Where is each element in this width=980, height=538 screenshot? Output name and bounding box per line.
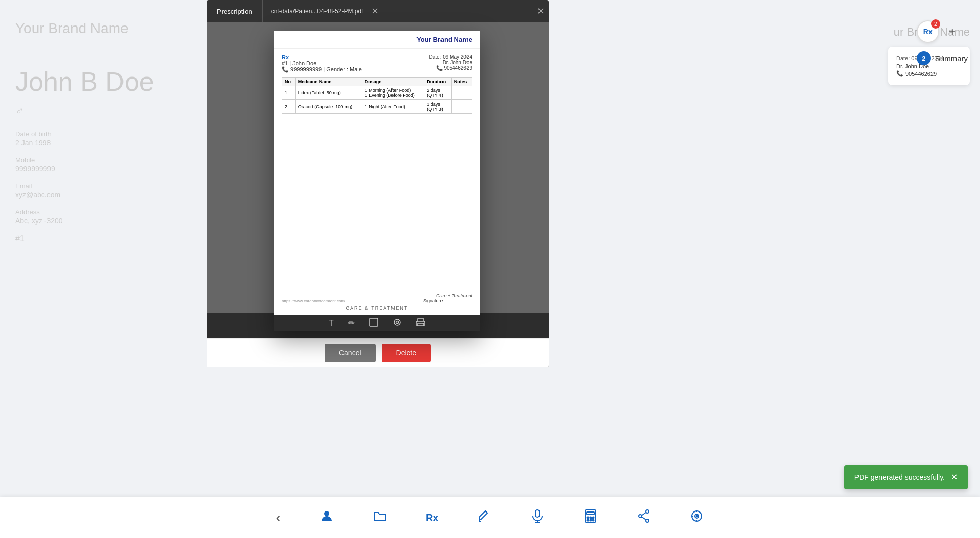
svg-point-21 xyxy=(590,520,592,521)
presc-table-area: No Medicine Name Dosage Duration Notes 1… xyxy=(274,73,480,287)
modal-action-row: Cancel Delete xyxy=(207,338,549,367)
rx-nav-button[interactable]: Rx xyxy=(422,508,443,528)
bg-email-label: Email xyxy=(15,182,184,190)
presc-sig-area: Care + Treatment Signature:___________ xyxy=(423,293,472,303)
presc-doc: Dr. John Doe xyxy=(429,60,473,65)
svg-point-18 xyxy=(590,517,592,519)
th-name: Medicine Name xyxy=(295,78,362,86)
calc-nav-button[interactable] xyxy=(579,505,602,530)
bg-address-value: Abc, xyz -3200 xyxy=(15,217,184,225)
presc-rx: Rx xyxy=(282,54,362,60)
presc-print-tool[interactable] xyxy=(416,318,425,328)
presc-website: https://www.careandtreatment.com xyxy=(282,299,345,303)
presc-modal-header: Your Brand Name xyxy=(274,31,480,49)
pdf-filename-tab[interactable]: cnt-data/Patien...04-48-52-PM.pdf ✕ xyxy=(263,4,533,19)
presc-inner-table: No Medicine Name Dosage Duration Notes 1… xyxy=(282,77,472,114)
inner-row2-name: Oracort (Capsule: 100 mg) xyxy=(295,100,362,114)
toast-notification: PDF generated successfully. ✕ xyxy=(844,465,968,489)
bottom-nav: ‹ Rx xyxy=(0,497,980,538)
delete-button[interactable]: Delete xyxy=(382,344,431,362)
presc-text-tool[interactable]: T xyxy=(329,319,334,328)
bg-patient-name: John B Doe xyxy=(15,67,184,96)
presc-contact: 📞 9999999999 | Gender : Male xyxy=(282,66,362,73)
inner-row2-notes xyxy=(451,100,472,114)
cancel-button[interactable]: Cancel xyxy=(325,344,376,362)
pdf-tab-close-button[interactable]: ✕ xyxy=(367,4,383,19)
inner-row2-dosage: 1 Night (After Food) xyxy=(362,100,424,114)
inner-row1-notes xyxy=(451,86,472,100)
right-top-row: Rx 2 + xyxy=(917,20,968,43)
camera-nav-button[interactable] xyxy=(685,505,708,530)
presc-sig-line: Signature:___________ xyxy=(423,298,472,303)
inner-row2-no: 2 xyxy=(282,100,296,114)
presc-inner-doctor: Date: 09 May 2024 Dr. John Doe 📞 9054462… xyxy=(429,54,473,73)
svg-point-25 xyxy=(646,519,649,522)
presc-modal-footer: https://www.careandtreatment.com Care + … xyxy=(274,287,480,315)
prescription-tab[interactable]: Prescription xyxy=(207,0,263,22)
rx-notification-badge: 2 xyxy=(931,19,940,29)
inner-row1-name: Lidex (Tablet: 50 mg) xyxy=(295,86,362,100)
th-notes: Notes xyxy=(451,78,472,86)
svg-point-20 xyxy=(587,520,589,521)
svg-rect-10 xyxy=(418,323,424,326)
background-patient-panel: Your Brand Name John B Doe ♂ Date of bir… xyxy=(0,0,199,538)
inner-row1-duration: 2 days(QTY:4) xyxy=(424,86,452,100)
inner-row1-no: 1 xyxy=(282,86,296,100)
svg-point-11 xyxy=(324,511,329,516)
table-row: 1 Lidex (Tablet: 50 mg) 1 Morning (After… xyxy=(282,86,472,100)
svg-rect-16 xyxy=(587,512,594,515)
bg-email-value: xyz@abc.com xyxy=(15,191,184,199)
add-button[interactable]: + xyxy=(943,22,962,41)
svg-line-26 xyxy=(642,513,646,516)
rx-badge-text: Rx xyxy=(923,28,933,36)
bg-dob-value: 2 Jan 1998 xyxy=(15,139,184,147)
presc-sig-row: https://www.careandtreatment.com Care + … xyxy=(282,293,472,303)
folder-nav-button[interactable] xyxy=(369,505,391,530)
summary-number: 2 xyxy=(917,51,931,65)
svg-line-27 xyxy=(642,517,646,520)
presc-frame-tool[interactable] xyxy=(369,318,378,328)
bg-doctor-phone: 📞 9054462629 xyxy=(896,70,962,77)
bg-mobile-label: Mobile xyxy=(15,156,184,164)
presc-date: Date: 09 May 2024 xyxy=(429,54,473,60)
right-controls: Rx 2 + 2 Summary xyxy=(917,20,968,65)
edit-nav-button[interactable] xyxy=(473,505,496,530)
bg-gender-icon: ♂ xyxy=(15,105,184,118)
svg-rect-9 xyxy=(418,319,424,321)
toast-message: PDF generated successfully. xyxy=(854,473,945,481)
presc-pdf-toolbar: T ✏ xyxy=(274,315,480,331)
presc-patient-header: Rx #1 | John Doe 📞 9999999999 | Gender :… xyxy=(274,49,480,73)
patient-nav-button[interactable] xyxy=(315,505,338,530)
bg-brand-name: Your Brand Name xyxy=(15,20,184,37)
share-nav-button[interactable] xyxy=(632,505,655,530)
back-button[interactable]: ‹ xyxy=(272,505,285,530)
modal-close-button[interactable]: ✕ xyxy=(533,4,549,19)
presc-camera-tool[interactable] xyxy=(393,318,402,328)
bg-mobile-value: 9999999999 xyxy=(15,165,184,173)
mic-nav-button[interactable] xyxy=(526,505,549,530)
svg-rect-6 xyxy=(370,318,378,326)
toast-close-button[interactable]: ✕ xyxy=(951,472,958,482)
svg-point-22 xyxy=(593,520,594,521)
bg-address-label: Address xyxy=(15,208,184,216)
summary-section[interactable]: 2 Summary xyxy=(917,51,968,65)
presc-draw-tool[interactable]: ✏ xyxy=(348,318,355,328)
svg-point-17 xyxy=(587,517,589,519)
bg-dob-label: Date of birth xyxy=(15,130,184,138)
svg-point-19 xyxy=(593,517,594,519)
svg-point-8 xyxy=(396,321,398,324)
th-no: No xyxy=(282,78,296,86)
svg-point-24 xyxy=(639,515,642,518)
svg-point-23 xyxy=(646,510,649,513)
svg-rect-12 xyxy=(535,510,540,517)
inner-row2-duration: 3 days(QTY:3) xyxy=(424,100,452,114)
presc-care-brand: CARE & TREATMENT xyxy=(282,305,472,311)
bg-patient-id: #1 xyxy=(15,234,184,243)
th-duration: Duration xyxy=(424,78,452,86)
th-dosage: Dosage xyxy=(362,78,424,86)
inner-row1-dosage: 1 Morning (After Food)1 Evening (Before … xyxy=(362,86,424,100)
prescription-detail-modal: Your Brand Name Rx #1 | John Doe 📞 99999… xyxy=(274,31,480,331)
svg-point-7 xyxy=(394,319,400,325)
modal-header: Prescription cnt-data/Patien...04-48-52-… xyxy=(207,0,549,22)
rx-badge[interactable]: Rx 2 xyxy=(917,20,939,43)
